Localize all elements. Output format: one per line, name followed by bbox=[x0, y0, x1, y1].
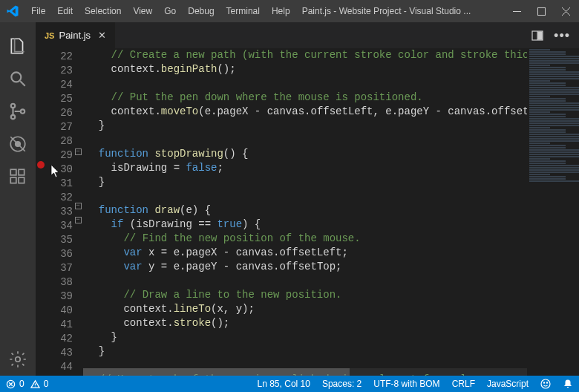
code-line[interactable]: } bbox=[86, 175, 579, 189]
code-line[interactable] bbox=[86, 133, 579, 147]
search-icon[interactable] bbox=[0, 62, 36, 95]
status-eol[interactable]: CRLF bbox=[452, 379, 475, 389]
code-line[interactable]: // Draw a line to the new position. bbox=[86, 288, 579, 302]
menu-view[interactable]: View bbox=[127, 0, 158, 22]
close-icon[interactable] bbox=[562, 7, 570, 16]
svg-point-17 bbox=[546, 382, 547, 383]
svg-point-3 bbox=[11, 104, 15, 108]
line-number: 31 bbox=[46, 177, 73, 191]
debug-icon[interactable] bbox=[0, 128, 36, 160]
code-line[interactable]: if (isDrawing == true) { bbox=[86, 218, 579, 232]
line-number: 43 bbox=[46, 346, 73, 360]
menu-edit[interactable]: Edit bbox=[51, 0, 79, 22]
svg-point-2 bbox=[11, 72, 21, 82]
line-number: 40 bbox=[46, 304, 73, 318]
code-line[interactable]: } bbox=[86, 330, 579, 344]
line-number: 23 bbox=[46, 64, 73, 78]
line-number: 28 bbox=[46, 134, 73, 148]
status-linecol[interactable]: Ln 85, Col 10 bbox=[258, 379, 310, 389]
menu-terminal[interactable]: Terminal bbox=[220, 0, 266, 22]
code-line[interactable]: } bbox=[86, 344, 579, 359]
line-number: 27 bbox=[46, 120, 73, 134]
line-number: 36 bbox=[46, 247, 73, 261]
breakpoint-icon[interactable] bbox=[37, 161, 45, 169]
files-icon[interactable] bbox=[0, 30, 36, 62]
code-line[interactable]: function draw(e) { bbox=[86, 203, 579, 218]
code-line[interactable]: var x = e.pageX - canvas.offsetLeft; bbox=[86, 246, 579, 260]
menu-selection[interactable]: Selection bbox=[79, 0, 127, 22]
menu-file[interactable]: File bbox=[25, 0, 51, 22]
menu-debug[interactable]: Debug bbox=[182, 0, 220, 22]
line-number: 22 bbox=[46, 50, 73, 64]
line-number: 33 bbox=[46, 205, 73, 219]
svg-rect-8 bbox=[10, 177, 16, 183]
menu-help[interactable]: Help bbox=[266, 0, 296, 22]
fold-toggle-icon[interactable]: − bbox=[75, 203, 82, 209]
svg-rect-1 bbox=[538, 7, 546, 15]
menu-bar: FileEditSelectionViewGoDebugTerminalHelp bbox=[25, 0, 296, 22]
svg-point-15 bbox=[541, 379, 550, 388]
close-tab-icon[interactable]: ✕ bbox=[98, 30, 106, 41]
notifications-bell-icon[interactable] bbox=[563, 379, 573, 389]
code-line[interactable]: function stopDrawing() { bbox=[86, 147, 579, 161]
line-number: 32 bbox=[46, 191, 73, 205]
gear-icon[interactable] bbox=[0, 343, 36, 376]
code-line[interactable]: context.moveTo(e.pageX - canvas.offsetLe… bbox=[86, 105, 579, 119]
code-line[interactable]: // Find the new position of the mouse. bbox=[86, 232, 579, 246]
status-bar: 0 0 Ln 85, Col 10 Spaces: 2 UTF-8 with B… bbox=[0, 376, 579, 392]
editor-tabs: JS Paint.js ✕ ••• bbox=[36, 22, 579, 48]
code-line[interactable]: } bbox=[86, 119, 579, 133]
tab-paint-js[interactable]: JS Paint.js ✕ bbox=[36, 22, 116, 48]
status-spaces[interactable]: Spaces: 2 bbox=[322, 379, 362, 389]
code-line[interactable]: context.lineTo(x, y); bbox=[86, 302, 579, 316]
line-number: 30 bbox=[46, 163, 73, 177]
line-number: 34 bbox=[46, 219, 73, 233]
code-line[interactable]: var y = e.pageY - canvas.offsetTop; bbox=[86, 260, 579, 274]
status-errors[interactable]: 0 bbox=[6, 379, 24, 389]
code-line[interactable]: context.stroke(); bbox=[86, 316, 579, 330]
code-line[interactable] bbox=[86, 76, 579, 91]
fold-toggle-icon[interactable]: − bbox=[75, 217, 82, 223]
tab-label: Paint.js bbox=[59, 30, 91, 41]
fold-toggle-icon[interactable]: − bbox=[75, 148, 82, 155]
line-number: 25 bbox=[46, 92, 73, 106]
line-number: 24 bbox=[46, 78, 73, 92]
menu-go[interactable]: Go bbox=[158, 0, 182, 22]
feedback-smile-icon[interactable] bbox=[540, 379, 551, 389]
line-number: 38 bbox=[46, 275, 73, 290]
maximize-icon[interactable] bbox=[537, 7, 546, 16]
code-line[interactable]: isDrawing = false; bbox=[86, 161, 579, 175]
svg-rect-0 bbox=[513, 11, 521, 12]
title-bar: FileEditSelectionViewGoDebugTerminalHelp… bbox=[0, 0, 579, 22]
js-file-icon: JS bbox=[45, 31, 54, 40]
split-editor-icon[interactable] bbox=[531, 30, 543, 42]
code-line[interactable]: // Create a new path (with the current s… bbox=[86, 48, 579, 62]
editor[interactable]: 2223242526272829303132333435363738394041… bbox=[36, 48, 579, 376]
line-number: 29 bbox=[46, 148, 73, 163]
source-control-icon[interactable] bbox=[0, 95, 36, 128]
status-lang[interactable]: JavaScript bbox=[487, 379, 529, 389]
minimize-icon[interactable] bbox=[513, 7, 521, 16]
activity-bar bbox=[0, 22, 36, 376]
minimap[interactable] bbox=[527, 48, 579, 376]
extensions-icon[interactable] bbox=[0, 160, 36, 193]
code-line[interactable] bbox=[86, 274, 579, 288]
horizontal-scrollbar[interactable] bbox=[83, 368, 527, 376]
line-number: 35 bbox=[46, 233, 73, 247]
status-warnings[interactable]: 0 bbox=[30, 379, 49, 389]
code-line[interactable]: context.beginPath(); bbox=[86, 62, 579, 76]
line-number: 44 bbox=[46, 360, 73, 374]
svg-rect-13 bbox=[538, 32, 542, 39]
window-title: Paint.js - Website Project - Visual Stud… bbox=[302, 6, 513, 16]
line-number: 39 bbox=[46, 290, 73, 304]
window-controls bbox=[513, 7, 570, 16]
svg-rect-7 bbox=[10, 169, 16, 175]
code-line[interactable] bbox=[86, 189, 579, 203]
vscode-logo-icon bbox=[6, 4, 19, 18]
svg-point-16 bbox=[543, 382, 544, 383]
svg-rect-9 bbox=[19, 177, 24, 183]
line-number: 41 bbox=[46, 318, 73, 332]
more-actions-icon[interactable]: ••• bbox=[554, 29, 570, 42]
status-encoding[interactable]: UTF-8 with BOM bbox=[373, 379, 439, 389]
code-line[interactable]: // Put the pen down where the mouse is p… bbox=[86, 91, 579, 105]
